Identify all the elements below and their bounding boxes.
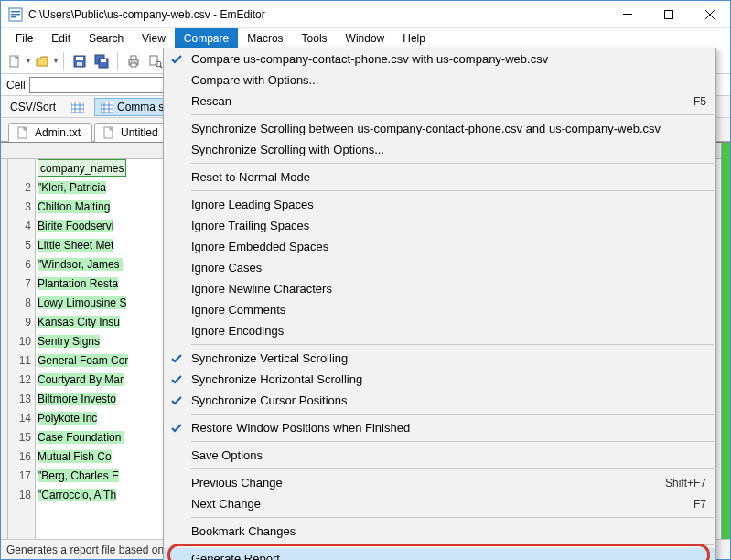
menu-item-label: Previous Change	[189, 476, 665, 490]
menu-item[interactable]: Next ChangeF7	[164, 493, 715, 514]
close-button[interactable]	[689, 1, 730, 27]
dropdown-arrow-icon[interactable]: ▾	[54, 57, 58, 65]
line-number: 5	[8, 236, 31, 255]
line-number	[8, 159, 31, 178]
menu-item[interactable]: Ignore Cases	[164, 257, 715, 278]
line-number: 3	[8, 198, 31, 217]
svg-rect-19	[71, 102, 84, 113]
maximize-button[interactable]	[648, 1, 689, 27]
svg-rect-9	[77, 62, 82, 66]
menu-item[interactable]: Synchronize Cursor Positions	[164, 390, 715, 411]
menu-item[interactable]: Previous ChangeShift+F7	[164, 472, 715, 493]
svg-rect-2	[11, 14, 20, 16]
menu-compare[interactable]: Compare	[175, 28, 238, 48]
menu-item[interactable]: RescanF5	[164, 91, 715, 112]
grid-icon	[71, 102, 84, 113]
document-tab[interactable]: Admin.txt	[8, 123, 92, 142]
check-icon	[164, 54, 189, 65]
line-number: 14	[8, 409, 31, 428]
menu-item-label: Ignore Leading Spaces	[189, 198, 706, 211]
menu-item[interactable]: Ignore Comments	[164, 299, 715, 320]
menu-separator	[191, 441, 714, 442]
menu-tools[interactable]: Tools	[293, 28, 337, 48]
menu-item-label: Synchronize Scrolling with Options...	[189, 143, 706, 156]
window-controls	[607, 1, 730, 27]
menu-item-label: Ignore Newline Characters	[189, 282, 706, 296]
line-number: 17	[8, 467, 31, 486]
cell-input[interactable]	[29, 77, 172, 93]
menu-item-label: Ignore Cases	[189, 261, 706, 275]
minimize-button[interactable]	[607, 1, 648, 27]
csv-sort-label: CSV/Sort	[5, 99, 61, 115]
menu-item-label: Synchronize Scrolling between us-company…	[189, 122, 706, 135]
menu-item[interactable]: Compare with Options...	[164, 70, 715, 91]
toolbar-separator	[63, 52, 64, 70]
menu-window[interactable]: Window	[337, 28, 394, 48]
svg-rect-5	[664, 10, 672, 18]
svg-line-18	[160, 66, 162, 68]
open-file-icon[interactable]	[32, 51, 52, 71]
line-number: 12	[8, 371, 31, 390]
menu-item[interactable]: Generate Report...	[164, 548, 715, 560]
save-icon[interactable]	[70, 51, 90, 71]
menu-item[interactable]: Save Options	[164, 445, 715, 466]
menu-item-label: Ignore Embedded Spaces	[189, 240, 706, 253]
line-number: 15	[8, 428, 31, 447]
menu-item[interactable]: Synchronize Vertical Scrolling	[164, 348, 715, 369]
compare-minimap[interactable]	[721, 143, 730, 539]
menu-separator	[191, 517, 714, 518]
menu-item-label: Bookmark Changes	[189, 524, 706, 538]
menu-item[interactable]: Ignore Leading Spaces	[164, 194, 715, 215]
line-number-gutter: 23456789101112131415161718	[8, 159, 36, 539]
menu-help[interactable]: Help	[393, 28, 435, 48]
menu-item[interactable]: Ignore Encodings	[164, 320, 715, 341]
menu-macros[interactable]: Macros	[238, 28, 292, 48]
menu-separator	[191, 544, 714, 545]
csv-mode-button-1[interactable]	[65, 99, 91, 115]
svg-rect-8	[76, 57, 83, 60]
line-number: 2	[8, 178, 31, 198]
menu-separator	[191, 468, 714, 469]
new-file-icon[interactable]	[5, 51, 25, 71]
menu-item[interactable]: Ignore Trailing Spaces	[164, 215, 715, 236]
status-text: Generates a report file based on t	[6, 544, 170, 556]
dropdown-arrow-icon[interactable]: ▾	[27, 57, 30, 65]
check-icon	[164, 423, 189, 434]
menu-item[interactable]: Synchronize Scrolling with Options...	[164, 139, 715, 160]
menu-item-label: Ignore Encodings	[189, 324, 706, 338]
menu-view[interactable]: View	[133, 28, 175, 48]
menu-item[interactable]: Ignore Embedded Spaces	[164, 236, 715, 257]
check-icon	[164, 395, 189, 406]
svg-rect-24	[101, 102, 113, 113]
line-number: 10	[8, 332, 31, 351]
svg-rect-14	[131, 56, 136, 59]
print-icon[interactable]	[124, 51, 144, 71]
menu-item-label: Rescan	[189, 94, 693, 108]
line-number: 9	[8, 313, 31, 332]
document-tab[interactable]: Untitled	[94, 123, 170, 142]
menu-item[interactable]: Synchronize Scrolling between us-company…	[164, 118, 715, 139]
line-number: 7	[8, 275, 31, 294]
menu-accelerator: Shift+F7	[665, 477, 706, 490]
svg-rect-16	[150, 56, 157, 65]
line-number: 18	[8, 486, 31, 505]
menu-item[interactable]: Synchronize Horizontal Scrolling	[164, 369, 715, 390]
menu-search[interactable]: Search	[80, 28, 133, 48]
save-all-icon[interactable]	[91, 51, 112, 71]
menu-item-label: Synchronize Cursor Positions	[189, 393, 706, 407]
csv-header-cell[interactable]: company_names	[38, 159, 126, 177]
menu-item[interactable]: Reset to Normal Mode	[164, 167, 715, 188]
menu-file[interactable]: File	[6, 28, 42, 48]
menu-item[interactable]: Restore Window Positions when Finished	[164, 417, 715, 438]
menu-item[interactable]: Ignore Newline Characters	[164, 278, 715, 299]
menu-separator	[191, 344, 714, 345]
menu-item-label: Save Options	[189, 448, 706, 462]
bookmark-margin	[1, 159, 8, 539]
menu-item[interactable]: Compare us-company-contact-phone.csv wit…	[164, 48, 715, 70]
document-icon	[16, 126, 29, 139]
menu-item-label: Synchronize Horizontal Scrolling	[189, 372, 706, 386]
menu-item-label: Compare with Options...	[189, 73, 706, 87]
svg-rect-3	[11, 16, 16, 18]
menu-item[interactable]: Bookmark Changes	[164, 521, 715, 542]
menu-edit[interactable]: Edit	[42, 28, 80, 48]
